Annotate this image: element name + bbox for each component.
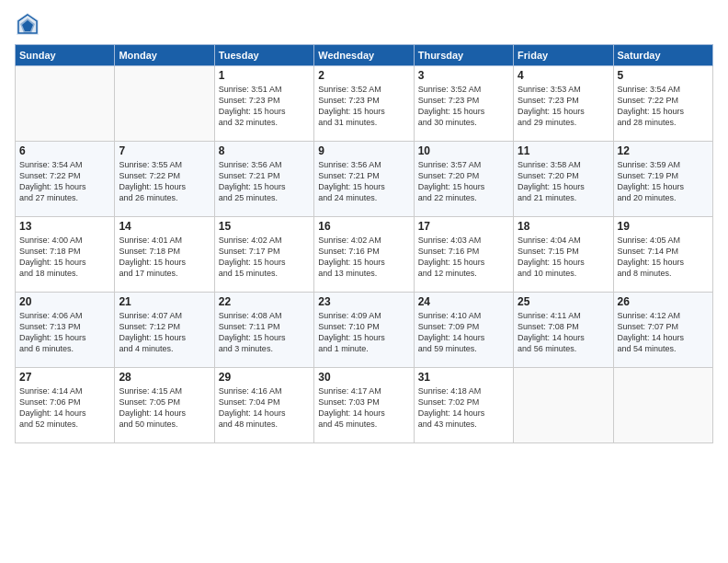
day-number: 11 (518, 144, 609, 157)
cell-text: Sunrise: 4:03 AM Sunset: 7:16 PM Dayligh… (418, 235, 509, 280)
day-number: 6 (19, 144, 110, 157)
day-number: 24 (418, 295, 509, 308)
cell-text: Sunrise: 4:02 AM Sunset: 7:16 PM Dayligh… (318, 235, 409, 280)
calendar-header-row: SundayMondayTuesdayWednesdayThursdayFrid… (16, 45, 713, 66)
calendar-week-row: 1Sunrise: 3:51 AM Sunset: 7:23 PM Daylig… (16, 66, 713, 142)
page: SundayMondayTuesdayWednesdayThursdayFrid… (0, 0, 728, 563)
day-number: 28 (119, 371, 210, 384)
cell-text: Sunrise: 4:02 AM Sunset: 7:17 PM Dayligh… (219, 235, 310, 280)
day-number: 25 (518, 295, 609, 308)
day-header-saturday: Saturday (613, 45, 712, 66)
calendar-cell: 7Sunrise: 3:55 AM Sunset: 7:22 PM Daylig… (115, 142, 214, 217)
day-number: 17 (418, 220, 509, 233)
cell-text: Sunrise: 3:54 AM Sunset: 7:22 PM Dayligh… (19, 159, 110, 204)
day-number: 16 (318, 220, 409, 233)
cell-text: Sunrise: 3:56 AM Sunset: 7:21 PM Dayligh… (318, 159, 409, 204)
day-number: 29 (219, 371, 310, 384)
cell-text: Sunrise: 4:07 AM Sunset: 7:12 PM Dayligh… (119, 310, 210, 355)
day-number: 9 (318, 144, 409, 157)
day-number: 15 (219, 220, 310, 233)
day-header-friday: Friday (514, 45, 613, 66)
cell-text: Sunrise: 4:09 AM Sunset: 7:10 PM Dayligh… (318, 310, 409, 355)
calendar-cell (115, 66, 214, 142)
day-number: 27 (19, 371, 110, 384)
day-number: 10 (418, 144, 509, 157)
day-number: 3 (418, 69, 509, 82)
cell-text: Sunrise: 4:06 AM Sunset: 7:13 PM Dayligh… (19, 310, 110, 355)
day-number: 30 (318, 371, 409, 384)
cell-text: Sunrise: 4:04 AM Sunset: 7:15 PM Dayligh… (518, 235, 609, 280)
cell-text: Sunrise: 3:56 AM Sunset: 7:21 PM Dayligh… (219, 159, 310, 204)
cell-text: Sunrise: 4:10 AM Sunset: 7:09 PM Dayligh… (418, 310, 509, 355)
calendar-cell: 20Sunrise: 4:06 AM Sunset: 7:13 PM Dayli… (16, 293, 115, 368)
cell-text: Sunrise: 4:12 AM Sunset: 7:07 PM Dayligh… (618, 310, 709, 355)
cell-text: Sunrise: 4:11 AM Sunset: 7:08 PM Dayligh… (518, 310, 609, 355)
cell-text: Sunrise: 4:17 AM Sunset: 7:03 PM Dayligh… (318, 385, 409, 431)
calendar-week-row: 27Sunrise: 4:14 AM Sunset: 7:06 PM Dayli… (16, 368, 713, 443)
calendar-cell: 31Sunrise: 4:18 AM Sunset: 7:02 PM Dayli… (414, 368, 513, 443)
cell-text: Sunrise: 3:51 AM Sunset: 7:23 PM Dayligh… (219, 84, 310, 129)
cell-text: Sunrise: 3:54 AM Sunset: 7:22 PM Dayligh… (618, 84, 709, 129)
calendar: SundayMondayTuesdayWednesdayThursdayFrid… (15, 44, 713, 443)
calendar-cell (16, 66, 115, 142)
calendar-cell: 10Sunrise: 3:57 AM Sunset: 7:20 PM Dayli… (414, 142, 513, 217)
calendar-cell: 9Sunrise: 3:56 AM Sunset: 7:21 PM Daylig… (314, 142, 414, 217)
calendar-cell: 24Sunrise: 4:10 AM Sunset: 7:09 PM Dayli… (414, 293, 513, 368)
day-number: 7 (119, 144, 210, 157)
cell-text: Sunrise: 4:01 AM Sunset: 7:18 PM Dayligh… (119, 235, 210, 280)
cell-text: Sunrise: 4:05 AM Sunset: 7:14 PM Dayligh… (618, 235, 709, 280)
day-number: 2 (318, 69, 409, 82)
day-number: 23 (318, 295, 409, 308)
day-number: 5 (618, 69, 709, 82)
day-header-tuesday: Tuesday (214, 45, 313, 66)
day-header-sunday: Sunday (16, 45, 115, 66)
calendar-week-row: 20Sunrise: 4:06 AM Sunset: 7:13 PM Dayli… (16, 293, 713, 368)
calendar-cell: 19Sunrise: 4:05 AM Sunset: 7:14 PM Dayli… (613, 217, 712, 293)
cell-text: Sunrise: 4:15 AM Sunset: 7:05 PM Dayligh… (119, 385, 210, 431)
calendar-cell: 26Sunrise: 4:12 AM Sunset: 7:07 PM Dayli… (613, 293, 712, 368)
logo-icon (15, 11, 40, 37)
calendar-week-row: 13Sunrise: 4:00 AM Sunset: 7:18 PM Dayli… (16, 217, 713, 293)
cell-text: Sunrise: 3:52 AM Sunset: 7:23 PM Dayligh… (418, 84, 509, 129)
calendar-cell: 23Sunrise: 4:09 AM Sunset: 7:10 PM Dayli… (314, 293, 414, 368)
day-number: 20 (19, 295, 110, 308)
header (15, 11, 713, 37)
day-number: 22 (219, 295, 310, 308)
day-header-thursday: Thursday (414, 45, 513, 66)
cell-text: Sunrise: 3:52 AM Sunset: 7:23 PM Dayligh… (318, 84, 409, 129)
calendar-cell: 16Sunrise: 4:02 AM Sunset: 7:16 PM Dayli… (314, 217, 414, 293)
calendar-cell: 6Sunrise: 3:54 AM Sunset: 7:22 PM Daylig… (16, 142, 115, 217)
day-number: 21 (119, 295, 210, 308)
calendar-cell: 29Sunrise: 4:16 AM Sunset: 7:04 PM Dayli… (214, 368, 313, 443)
day-number: 4 (518, 69, 609, 82)
calendar-week-row: 6Sunrise: 3:54 AM Sunset: 7:22 PM Daylig… (16, 142, 713, 217)
calendar-cell: 30Sunrise: 4:17 AM Sunset: 7:03 PM Dayli… (314, 368, 414, 443)
cell-text: Sunrise: 4:00 AM Sunset: 7:18 PM Dayligh… (19, 235, 110, 280)
cell-text: Sunrise: 3:57 AM Sunset: 7:20 PM Dayligh… (418, 159, 509, 204)
calendar-cell: 4Sunrise: 3:53 AM Sunset: 7:23 PM Daylig… (514, 66, 613, 142)
calendar-cell: 22Sunrise: 4:08 AM Sunset: 7:11 PM Dayli… (214, 293, 313, 368)
cell-text: Sunrise: 4:16 AM Sunset: 7:04 PM Dayligh… (219, 385, 310, 431)
calendar-cell: 3Sunrise: 3:52 AM Sunset: 7:23 PM Daylig… (414, 66, 513, 142)
calendar-cell: 5Sunrise: 3:54 AM Sunset: 7:22 PM Daylig… (613, 66, 712, 142)
day-number: 13 (19, 220, 110, 233)
day-header-wednesday: Wednesday (314, 45, 414, 66)
calendar-cell: 17Sunrise: 4:03 AM Sunset: 7:16 PM Dayli… (414, 217, 513, 293)
calendar-cell: 15Sunrise: 4:02 AM Sunset: 7:17 PM Dayli… (214, 217, 313, 293)
calendar-cell: 13Sunrise: 4:00 AM Sunset: 7:18 PM Dayli… (16, 217, 115, 293)
cell-text: Sunrise: 3:55 AM Sunset: 7:22 PM Dayligh… (119, 159, 210, 204)
cell-text: Sunrise: 3:59 AM Sunset: 7:19 PM Dayligh… (618, 159, 709, 204)
calendar-cell: 11Sunrise: 3:58 AM Sunset: 7:20 PM Dayli… (514, 142, 613, 217)
calendar-cell: 28Sunrise: 4:15 AM Sunset: 7:05 PM Dayli… (115, 368, 214, 443)
day-number: 1 (219, 69, 310, 82)
logo (15, 11, 44, 37)
calendar-cell: 25Sunrise: 4:11 AM Sunset: 7:08 PM Dayli… (514, 293, 613, 368)
day-number: 26 (618, 295, 709, 308)
cell-text: Sunrise: 4:18 AM Sunset: 7:02 PM Dayligh… (418, 385, 509, 431)
calendar-cell: 8Sunrise: 3:56 AM Sunset: 7:21 PM Daylig… (214, 142, 313, 217)
day-number: 31 (418, 371, 509, 384)
calendar-cell: 18Sunrise: 4:04 AM Sunset: 7:15 PM Dayli… (514, 217, 613, 293)
calendar-cell (514, 368, 613, 443)
calendar-cell: 12Sunrise: 3:59 AM Sunset: 7:19 PM Dayli… (613, 142, 712, 217)
day-number: 19 (618, 220, 709, 233)
